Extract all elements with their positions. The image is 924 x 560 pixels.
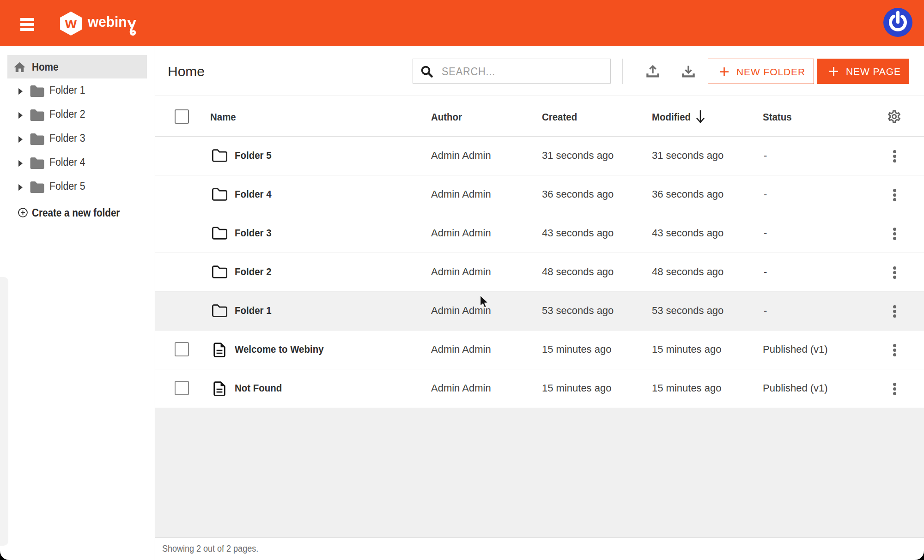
svg-text:w: w bbox=[65, 15, 77, 31]
